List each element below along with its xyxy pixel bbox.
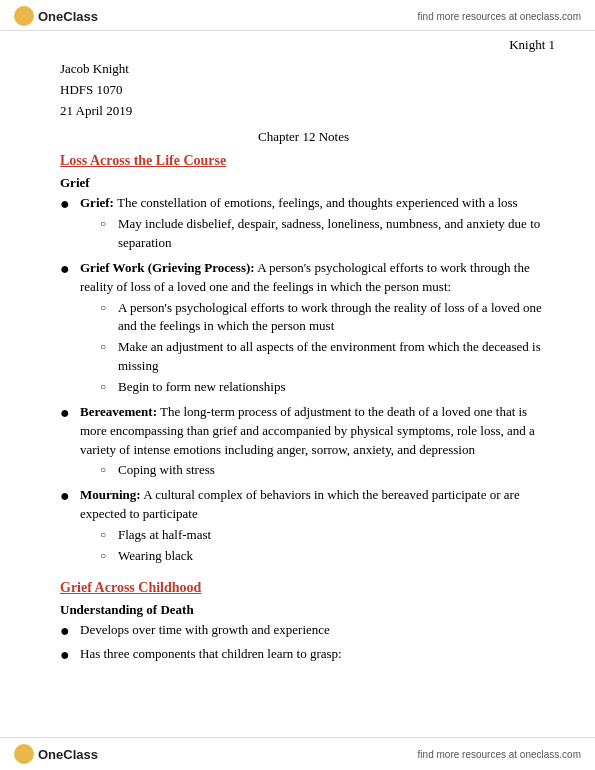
list-item: ● Has three components that children lea…	[60, 645, 547, 666]
sub-list: ○ Flags at half-mast ○ Wearing black	[100, 526, 547, 566]
bullet-dot: ●	[60, 645, 76, 666]
bullet-dot: ●	[60, 194, 76, 215]
list-item: ● Develops over time with growth and exp…	[60, 621, 547, 642]
header-link: find more resources at oneclass.com	[418, 11, 581, 22]
section-childhood: Grief Across Childhood Understanding of …	[60, 580, 547, 667]
sub-text: May include disbelief, despair, sadness,…	[118, 215, 547, 253]
logo-text-header: OneClass	[38, 9, 98, 24]
section-heading-loss: Loss Across the Life Course	[60, 153, 547, 169]
bullet-text: Bereavement: The long-term process of ad…	[80, 403, 547, 482]
bullet-dot: ●	[60, 621, 76, 642]
page-number-text: Knight 1	[509, 37, 555, 52]
sub-dot: ○	[100, 340, 114, 355]
bullet-dot: ●	[60, 486, 76, 507]
sub-list: ○ May include disbelief, despair, sadnes…	[100, 215, 547, 253]
sub-text: Begin to form new relationships	[118, 378, 547, 397]
logo-text-footer: OneClass	[38, 747, 98, 762]
oneclass-logo-footer: OneClass	[14, 744, 98, 764]
bullet-text: Develops over time with growth and exper…	[80, 621, 547, 640]
bullet-text: Mourning: A cultural complex of behavior…	[80, 486, 547, 567]
logo-circle-footer	[14, 744, 34, 764]
sub-text: Flags at half-mast	[118, 526, 547, 545]
sub-dot: ○	[100, 301, 114, 316]
sub-heading-understanding: Understanding of Death	[60, 602, 547, 618]
footer-bar: OneClass find more resources at oneclass…	[0, 737, 595, 770]
list-item: ○ Flags at half-mast	[100, 526, 547, 545]
author-course: HDFS 1070	[60, 80, 547, 101]
list-item: ○ A person's psychological efforts to wo…	[100, 299, 547, 337]
sub-list: ○ Coping with stress	[100, 461, 547, 480]
main-content: Jacob Knight HDFS 1070 21 April 2019 Cha…	[0, 55, 595, 680]
list-item: ○ Wearing black	[100, 547, 547, 566]
author-date: 21 April 2019	[60, 101, 547, 122]
author-info: Jacob Knight HDFS 1070 21 April 2019	[60, 59, 547, 121]
page-number: Knight 1	[0, 31, 595, 55]
bullet-dot: ●	[60, 259, 76, 280]
bullet-text: Grief: The constellation of emotions, fe…	[80, 194, 547, 255]
sub-dot: ○	[100, 549, 114, 564]
list-item: ○ Begin to form new relationships	[100, 378, 547, 397]
author-name: Jacob Knight	[60, 59, 547, 80]
list-item: ● Bereavement: The long-term process of …	[60, 403, 547, 482]
grief-list: ● Grief: The constellation of emotions, …	[60, 194, 547, 567]
bullet-text: Has three components that children learn…	[80, 645, 547, 664]
bullet-dot: ●	[60, 403, 76, 424]
list-item: ○ Make an adjustment to all aspects of t…	[100, 338, 547, 376]
sub-dot: ○	[100, 217, 114, 232]
childhood-list: ● Develops over time with growth and exp…	[60, 621, 547, 667]
footer-link: find more resources at oneclass.com	[418, 749, 581, 760]
list-item: ● Grief: The constellation of emotions, …	[60, 194, 547, 255]
sub-dot: ○	[100, 528, 114, 543]
list-item: ● Grief Work (Grieving Process): A perso…	[60, 259, 547, 399]
oneclass-logo-header: OneClass	[14, 6, 98, 26]
sub-list: ○ A person's psychological efforts to wo…	[100, 299, 547, 397]
page: OneClass find more resources at oneclass…	[0, 0, 595, 770]
sub-dot: ○	[100, 463, 114, 478]
sub-dot: ○	[100, 380, 114, 395]
bullet-text: Grief Work (Grieving Process): A person'…	[80, 259, 547, 399]
list-item: ○ Coping with stress	[100, 461, 547, 480]
sub-text: Coping with stress	[118, 461, 547, 480]
list-item: ● Mourning: A cultural complex of behavi…	[60, 486, 547, 567]
sub-text: Wearing black	[118, 547, 547, 566]
sub-heading-grief: Grief	[60, 175, 547, 191]
section-heading-childhood: Grief Across Childhood	[60, 580, 547, 596]
logo-circle-header	[14, 6, 34, 26]
section-loss: Loss Across the Life Course Grief ● Grie…	[60, 153, 547, 567]
header-bar: OneClass find more resources at oneclass…	[0, 0, 595, 31]
sub-text: Make an adjustment to all aspects of the…	[118, 338, 547, 376]
chapter-title: Chapter 12 Notes	[60, 129, 547, 145]
list-item: ○ May include disbelief, despair, sadnes…	[100, 215, 547, 253]
sub-text: A person's psychological efforts to work…	[118, 299, 547, 337]
